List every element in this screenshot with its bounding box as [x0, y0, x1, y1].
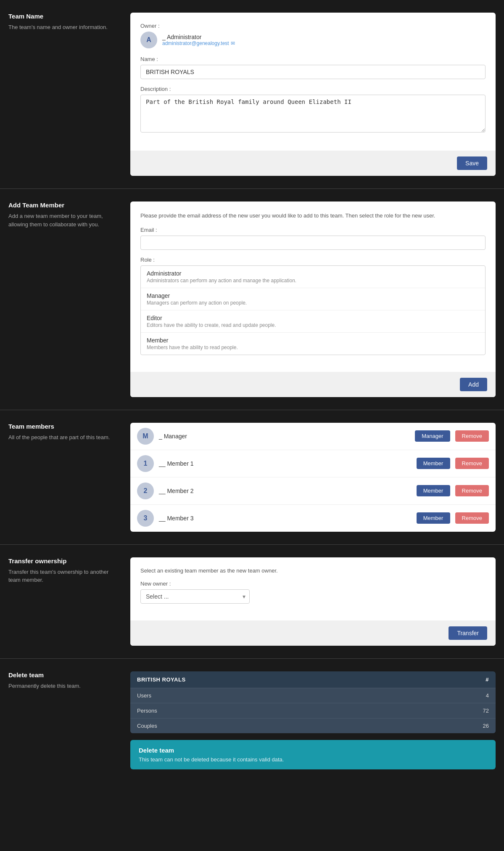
delete-team-desc: Permanently delete this team.: [8, 682, 118, 690]
delete-table-hash: #: [486, 676, 489, 683]
owner-name: _ Administrator: [162, 34, 235, 40]
description-label: Description :: [140, 86, 486, 92]
role-item-manager[interactable]: Manager Managers can perform any action …: [141, 288, 485, 310]
member-name: __ Member 2: [159, 488, 412, 494]
delete-team-section: Delete team Permanently delete this team…: [0, 659, 504, 782]
member-name: __ Member 3: [159, 515, 412, 522]
delete-warning-box: Delete team This team can not be deleted…: [130, 740, 496, 769]
team-members-section: Team members All of the people that are …: [0, 410, 504, 545]
role-item-editor[interactable]: Editor Editors have the ability to creat…: [141, 310, 485, 333]
table-row: Persons 72: [130, 703, 496, 718]
member-avatar: 1: [137, 455, 154, 472]
member-row: 3 __ Member 3 Member Remove: [130, 505, 496, 532]
delete-warning-title: Delete team: [139, 747, 487, 754]
member-name: _ Manager: [159, 433, 410, 440]
member-name: __ Member 1: [159, 460, 412, 467]
member-avatar: 2: [137, 482, 154, 499]
delete-team-title: Delete team: [8, 671, 118, 679]
transfer-desc: Transfer this team's ownership to anothe…: [8, 568, 118, 584]
email-input[interactable]: [140, 236, 486, 250]
member-row: M _ Manager Manager Remove: [130, 423, 496, 450]
transfer-info: Select an existing team member as the ne…: [140, 567, 486, 574]
add-team-member-section: Add Team Member Add a new team member to…: [0, 189, 504, 410]
new-owner-select[interactable]: Select ...: [140, 589, 250, 604]
team-name-section: Team Name The team's name and owner info…: [0, 0, 504, 189]
member3-role-button[interactable]: Member: [417, 512, 450, 524]
member-avatar: M: [137, 428, 154, 445]
role-list: Administrator Administrators can perform…: [140, 265, 486, 355]
add-button[interactable]: Add: [460, 378, 487, 391]
owner-email: administrator@genealogy.test ✉: [162, 40, 235, 46]
team-name-input[interactable]: [140, 65, 486, 79]
name-label: Name :: [140, 56, 486, 62]
delete-warning-msg: This team can not be deleted because it …: [139, 756, 487, 763]
save-button[interactable]: Save: [457, 156, 487, 170]
member-row: 2 __ Member 2 Member Remove: [130, 477, 496, 505]
delete-table-title: BRITISH ROYALS: [137, 676, 186, 683]
member3-remove-button[interactable]: Remove: [455, 512, 489, 524]
add-member-info: Please provide the email address of the …: [140, 212, 486, 220]
table-row: Couples 26: [130, 718, 496, 733]
member-avatar: 3: [137, 510, 154, 527]
team-members-title: Team members: [8, 423, 118, 430]
add-member-title: Add Team Member: [8, 201, 118, 209]
member-list: M _ Manager Manager Remove 1 __ Member 1…: [130, 423, 496, 532]
manager-role-button[interactable]: Manager: [415, 430, 450, 442]
role-item-administrator[interactable]: Administrator Administrators can perform…: [141, 266, 485, 288]
transfer-button[interactable]: Transfer: [449, 626, 487, 640]
manager-remove-button[interactable]: Remove: [455, 430, 489, 442]
description-input[interactable]: Part of the British Royal family around …: [140, 95, 486, 133]
transfer-ownership-section: Transfer ownership Transfer this team's …: [0, 545, 504, 659]
new-owner-select-wrapper: Select ...: [140, 589, 250, 604]
add-member-desc: Add a new team member to your team, allo…: [8, 212, 118, 228]
delete-team-table: BRITISH ROYALS # Users 4 Persons 72 Coup…: [130, 671, 496, 733]
email-label: Email :: [140, 227, 486, 233]
member-row: 1 __ Member 1 Member Remove: [130, 450, 496, 477]
team-members-desc: All of the people that are part of this …: [8, 433, 118, 442]
owner-label: Owner :: [140, 23, 486, 29]
transfer-title: Transfer ownership: [8, 557, 118, 565]
role-label: Role :: [140, 257, 486, 263]
owner-avatar: A: [140, 32, 157, 48]
owner-row: A _ Administrator administrator@genealog…: [140, 32, 486, 48]
team-name-title: Team Name: [8, 13, 118, 20]
team-name-desc: The team's name and owner information.: [8, 23, 118, 32]
member2-role-button[interactable]: Member: [417, 485, 450, 496]
member1-remove-button[interactable]: Remove: [455, 458, 489, 469]
email-icon: ✉: [231, 40, 235, 46]
table-row: Users 4: [130, 688, 496, 703]
owner-info: _ Administrator administrator@genealogy.…: [162, 34, 235, 46]
new-owner-label: New owner :: [140, 581, 486, 587]
member2-remove-button[interactable]: Remove: [455, 485, 489, 496]
role-item-member[interactable]: Member Members have the ability to read …: [141, 333, 485, 355]
member1-role-button[interactable]: Member: [417, 458, 450, 469]
